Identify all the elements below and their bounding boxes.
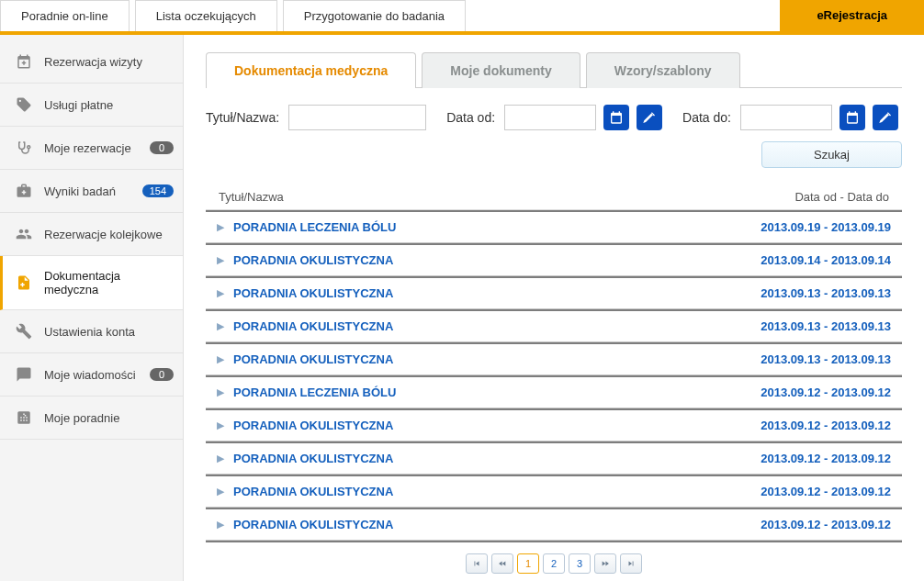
- topnav-spacer: [471, 0, 780, 31]
- date-to-input[interactable]: [740, 105, 832, 130]
- page-1-button[interactable]: 1: [517, 553, 539, 574]
- table-row[interactable]: ▶PORADNIA LECZENIA BÓLU2013.09.12 - 2013…: [206, 375, 902, 408]
- badge-count: 0: [150, 368, 174, 381]
- sidebar-item-label: Wyniki badań: [44, 184, 142, 198]
- expand-caret-icon: ▶: [217, 320, 224, 332]
- table-row[interactable]: ▶PORADNIA OKULISTYCZNA2013.09.13 - 2013.…: [206, 309, 902, 342]
- date-to-label: Data do:: [682, 110, 731, 125]
- table-row[interactable]: ▶PORADNIA OKULISTYCZNA2013.09.13 - 2013.…: [206, 342, 902, 375]
- sidebar-item-uslugi-platne[interactable]: Usługi płatne: [0, 84, 183, 127]
- row-dates: 2013.09.12 - 2013.09.12: [761, 419, 891, 432]
- row-dates: 2013.09.13 - 2013.09.13: [761, 352, 891, 366]
- row-dates: 2013.09.19 - 2013.09.19: [761, 220, 891, 234]
- chat-icon: [11, 366, 37, 383]
- column-dates: Data od - Data do: [705, 190, 889, 204]
- sidebar-item-label: Dokumentacja medyczna: [44, 269, 174, 296]
- row-dates: 2013.09.13 - 2013.09.13: [761, 286, 891, 300]
- sidebar-item-wyniki-badan[interactable]: Wyniki badań 154: [0, 170, 183, 213]
- column-title: Tytuł/Nazwa: [219, 190, 705, 204]
- wrench-icon: [11, 323, 37, 340]
- row-dates: 2013.09.12 - 2013.09.12: [761, 385, 891, 399]
- paginator: 1 2 3: [206, 553, 902, 574]
- page-last-button[interactable]: [620, 553, 642, 574]
- table-row[interactable]: ▶PORADNIA OKULISTYCZNA2013.09.12 - 2013.…: [206, 441, 902, 475]
- sidebar-item-rezerwacja-wizyty[interactable]: Rezerwacja wizyty: [0, 40, 183, 84]
- filter-bar: Tytuł/Nazwa: Data od: Data do:: [206, 105, 902, 130]
- sidebar: Rezerwacja wizyty Usługi płatne Moje rez…: [0, 35, 184, 581]
- table-row[interactable]: ▶PORADNIA OKULISTYCZNA2013.09.12 - 2013.…: [206, 408, 902, 441]
- date-from-input[interactable]: [504, 105, 596, 130]
- row-title: PORADNIA OKULISTYCZNA: [233, 452, 761, 465]
- page-prev-button[interactable]: [491, 553, 513, 574]
- table-row[interactable]: ▶PORADNIA OKULISTYCZNA2013.09.14 - 2013.…: [206, 243, 902, 276]
- tabs: Dokumentacja medyczna Moje dokumenty Wzo…: [206, 51, 902, 88]
- brand-erejestracja[interactable]: eRejestracja: [780, 0, 924, 31]
- main-content: Dokumentacja medyczna Moje dokumenty Wzo…: [184, 35, 924, 581]
- row-title: PORADNIA OKULISTYCZNA: [233, 485, 761, 498]
- row-title: PORADNIA LECZENIA BÓLU: [233, 385, 761, 399]
- table-row[interactable]: ▶PORADNIA OKULISTYCZNA2013.09.12 - 2013.…: [206, 475, 902, 508]
- sidebar-item-label: Rezerwacja wizyty: [44, 55, 174, 69]
- sidebar-item-moje-wiadomosci[interactable]: Moje wiadomości 0: [0, 353, 183, 397]
- date-from-clear-button[interactable]: [637, 105, 662, 130]
- row-dates: 2013.09.12 - 2013.09.12: [761, 518, 891, 531]
- calendar-plus-icon: [11, 53, 37, 70]
- expand-caret-icon: ▶: [217, 353, 224, 365]
- expand-caret-icon: ▶: [217, 453, 224, 464]
- title-input[interactable]: [288, 105, 426, 130]
- date-to-clear-button[interactable]: [873, 105, 898, 130]
- table-header: Tytuł/Nazwa Data od - Data do: [206, 184, 902, 210]
- sidebar-item-label: Usługi płatne: [44, 98, 174, 112]
- document-medical-icon: [11, 274, 37, 291]
- expand-caret-icon: ▶: [217, 419, 224, 431]
- tab-wzory-szablony[interactable]: Wzory/szablony: [586, 52, 740, 88]
- row-title: PORADNIA OKULISTYCZNA: [233, 253, 761, 267]
- sidebar-item-rezerwacje-kolejkowe[interactable]: Rezerwacje kolejkowe: [0, 213, 183, 256]
- date-from-label: Data od:: [446, 110, 495, 125]
- page-first-button[interactable]: [466, 553, 488, 574]
- expand-caret-icon: ▶: [217, 254, 224, 266]
- badge-count: 0: [150, 141, 174, 154]
- row-title: PORADNIA OKULISTYCZNA: [233, 518, 761, 531]
- sidebar-item-label: Ustawienia konta: [44, 325, 174, 339]
- date-from-picker-button[interactable]: [603, 105, 629, 130]
- people-icon: [11, 226, 37, 242]
- row-title: PORADNIA OKULISTYCZNA: [233, 352, 761, 366]
- briefcase-medical-icon: [11, 183, 37, 199]
- date-to-picker-button[interactable]: [839, 105, 865, 130]
- row-dates: 2013.09.12 - 2013.09.12: [761, 452, 891, 465]
- sidebar-item-dokumentacja-medyczna[interactable]: Dokumentacja medyczna: [0, 256, 183, 310]
- sidebar-item-label: Rezerwacje kolejkowe: [44, 228, 174, 241]
- table-row[interactable]: ▶PORADNIA OKULISTYCZNA2013.09.13 - 2013.…: [206, 276, 902, 309]
- expand-caret-icon: ▶: [217, 519, 224, 531]
- row-title: PORADNIA OKULISTYCZNA: [233, 419, 761, 432]
- row-title: PORADNIA OKULISTYCZNA: [233, 319, 761, 333]
- tab-moje-dokumenty[interactable]: Moje dokumenty: [422, 52, 580, 88]
- page-2-button[interactable]: 2: [543, 553, 565, 574]
- row-dates: 2013.09.12 - 2013.09.12: [761, 485, 891, 498]
- expand-caret-icon: ▶: [217, 221, 224, 233]
- table-row[interactable]: ▶PORADNIA OKULISTYCZNA2013.09.12 - 2013.…: [206, 508, 902, 541]
- topnav-przygotowanie[interactable]: Przygotowanie do badania: [283, 0, 466, 31]
- table-row[interactable]: ▶PORADNIA LECZENIA BÓLU2013.09.19 - 2013…: [206, 210, 902, 243]
- sidebar-item-ustawienia-konta[interactable]: Ustawienia konta: [0, 310, 183, 353]
- table-body: ▶PORADNIA LECZENIA BÓLU2013.09.19 - 2013…: [206, 210, 902, 542]
- topnav-poradnie[interactable]: Poradnie on-line: [0, 0, 130, 31]
- sidebar-item-moje-rezerwacje[interactable]: Moje rezerwacje 0: [0, 127, 183, 170]
- page-next-button[interactable]: [594, 553, 616, 574]
- tab-dokumentacja-medyczna[interactable]: Dokumentacja medyczna: [206, 52, 416, 88]
- sidebar-item-moje-poradnie[interactable]: Moje poradnie: [0, 397, 183, 440]
- badge-count: 154: [142, 184, 174, 197]
- expand-caret-icon: ▶: [217, 386, 224, 398]
- row-dates: 2013.09.14 - 2013.09.14: [761, 253, 891, 267]
- page-3-button[interactable]: 3: [569, 553, 591, 574]
- search-button[interactable]: Szukaj: [761, 141, 902, 168]
- sidebar-item-label: Moje rezerwacje: [44, 141, 150, 155]
- expand-caret-icon: ▶: [217, 486, 224, 497]
- top-nav: Poradnie on-line Lista oczekujących Przy…: [0, 0, 924, 35]
- hospital-icon: [11, 409, 37, 426]
- topnav-lista[interactable]: Lista oczekujących: [135, 0, 277, 31]
- title-label: Tytuł/Nazwa:: [206, 110, 279, 125]
- row-title: PORADNIA LECZENIA BÓLU: [233, 220, 761, 234]
- sidebar-item-label: Moje wiadomości: [44, 368, 150, 382]
